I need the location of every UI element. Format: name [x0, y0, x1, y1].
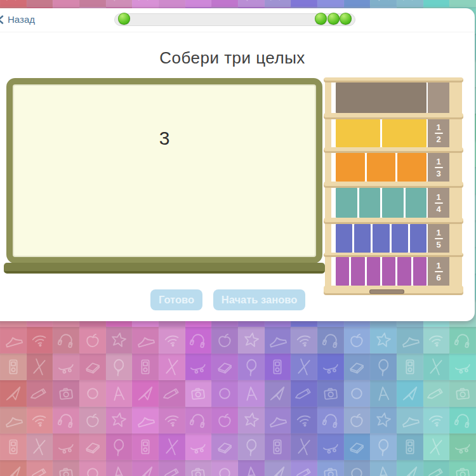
camera-icon: [320, 463, 341, 476]
bg-tile: [106, 327, 133, 354]
fraction-piece-one-half[interactable]: [382, 119, 426, 147]
balloon-icon: [373, 357, 394, 378]
sneaker-icon: [1, 408, 25, 432]
fraction-piece-one-sixth[interactable]: [397, 257, 411, 286]
letter-a-icon: [109, 0, 129, 4]
bg-tile: [317, 380, 344, 407]
bg-tile: [370, 407, 397, 433]
camera-icon: [452, 383, 473, 404]
bg-tile: [53, 433, 79, 460]
fraction-piece-one-fourth[interactable]: [406, 188, 427, 218]
bg-tile: [27, 354, 53, 380]
bg-tile: [449, 327, 476, 354]
fraction-piece-one-sixth[interactable]: [336, 257, 349, 286]
chalkboard-drop-area[interactable]: 3: [6, 78, 322, 263]
balloon-icon: [109, 357, 129, 378]
eraser-icon: [346, 436, 367, 458]
fraction-piece-one-third[interactable]: [397, 153, 426, 182]
paper-plane-icon: [135, 0, 156, 4]
bg-tile: [238, 433, 265, 460]
bg-tile: [238, 407, 265, 433]
letter-a-icon: [241, 383, 261, 404]
bg-tile: [317, 433, 344, 460]
paper-plane-icon: [267, 0, 288, 4]
back-chevron-icon: [0, 15, 4, 24]
slingshot-icon: [293, 436, 315, 458]
wifi-icon: [293, 329, 315, 352]
apple-icon: [214, 329, 235, 351]
skateboard-icon: [55, 355, 77, 378]
skateboard-icon: [319, 355, 342, 378]
back-link[interactable]: Назад: [0, 14, 35, 25]
bg-tile: [344, 433, 371, 460]
ring-icon: [215, 384, 234, 403]
ring-icon: [347, 0, 366, 3]
fraction-piece-one-whole[interactable]: [336, 83, 426, 113]
bg-tile: [27, 433, 53, 460]
shelf-ledge: [324, 77, 463, 83]
bg-tile: [211, 354, 238, 380]
paper-plane-icon: [267, 383, 288, 404]
paper-plane-icon: [3, 383, 23, 404]
bg-tile: [291, 327, 317, 354]
fraction-piece-one-fourth[interactable]: [336, 188, 357, 218]
fraction-piece-one-fifth[interactable]: [373, 224, 389, 253]
skateboard-icon: [187, 435, 209, 458]
music-player-icon: [4, 357, 23, 376]
fraction-piece-one-sixth[interactable]: [382, 257, 395, 286]
page-title: Собери три целых: [0, 48, 475, 68]
pencil-icon: [292, 0, 316, 6]
fraction-piece-one-half[interactable]: [336, 119, 380, 147]
bg-tile: [317, 460, 344, 476]
bg-tile: [106, 380, 133, 407]
fraction-piece-one-sixth[interactable]: [413, 257, 426, 286]
fraction-piece-one-third[interactable]: [367, 153, 396, 182]
sneaker-icon: [266, 328, 289, 352]
music-player-icon: [400, 357, 420, 376]
bg-tile: [265, 460, 291, 476]
star-icon: [240, 329, 262, 352]
bg-tile: [265, 407, 291, 433]
music-player-icon: [136, 437, 155, 456]
fraction-piece-one-sixth[interactable]: [351, 257, 364, 286]
bg-tile: [132, 380, 159, 407]
fraction-piece-one-fourth[interactable]: [359, 188, 381, 218]
fraction-piece-one-fifth[interactable]: [336, 224, 352, 253]
progress-dot-start: [118, 13, 130, 25]
fraction-label-one-whole: [428, 83, 449, 113]
bg-tile: [291, 380, 317, 407]
paper-plane-icon: [3, 0, 23, 4]
apple-icon: [346, 329, 367, 351]
paper-plane-icon: [135, 383, 156, 404]
music-player-icon: [268, 357, 287, 376]
bg-tile: [53, 380, 79, 407]
camera-icon: [452, 0, 473, 4]
fraction-piece-one-third[interactable]: [336, 153, 365, 182]
exercise-card: Назад Собери три целых 3 Готово Начать з…: [0, 8, 475, 321]
fraction-piece-one-fourth[interactable]: [382, 188, 404, 218]
bg-tile: [132, 433, 159, 460]
done-button[interactable]: Готово: [150, 289, 202, 310]
bg-tile: [53, 407, 79, 433]
fraction-piece-one-fifth[interactable]: [410, 224, 426, 253]
bg-tile: [397, 327, 423, 354]
fraction-piece-one-fifth[interactable]: [392, 224, 408, 253]
fraction-piece-one-sixth[interactable]: [367, 257, 380, 286]
bg-tile: [0, 0, 27, 7]
headphones-icon: [55, 329, 77, 352]
pencil-icon: [28, 0, 52, 6]
bg-tile: [211, 327, 238, 354]
bg-tile: [291, 460, 317, 476]
pencil-icon: [292, 461, 316, 476]
bg-tile: [423, 433, 450, 460]
bg-tile: [265, 354, 291, 380]
bg-tile: [79, 354, 106, 380]
restart-button[interactable]: Начать заново: [213, 289, 305, 310]
target-number: 3: [159, 128, 170, 149]
wifi-icon: [29, 329, 51, 352]
fraction-piece-one-fifth[interactable]: [354, 224, 371, 253]
bg-tile: [397, 407, 423, 433]
bg-tile: [344, 407, 371, 433]
star-icon: [108, 409, 130, 432]
bg-tile: [265, 327, 291, 354]
